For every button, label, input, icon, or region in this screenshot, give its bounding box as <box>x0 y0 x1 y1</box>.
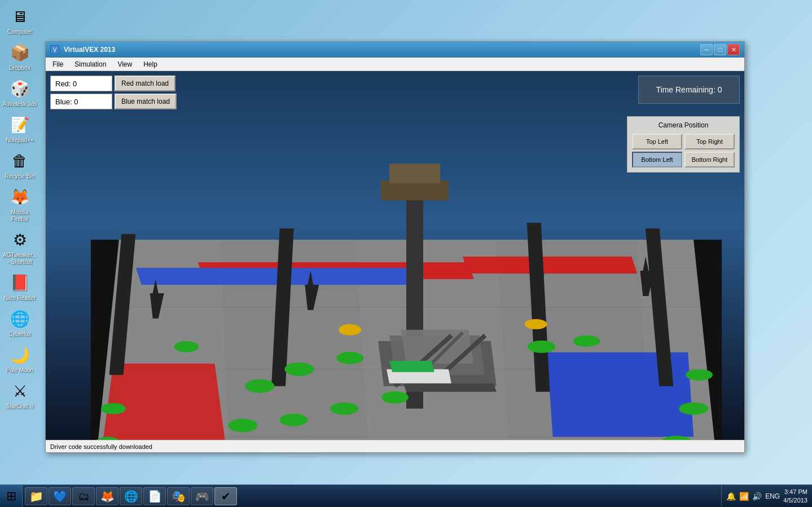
icon-cyberfox-label: Cyberfox <box>8 331 31 338</box>
svg-point-44 <box>330 403 358 415</box>
taskbar-word[interactable]: 📄 <box>143 487 166 505</box>
camera-buttons: Top Left Top Right Bottom Left Bottom Ri… <box>632 134 735 167</box>
menu-help[interactable]: Help <box>139 59 162 69</box>
taskbar-firefox[interactable]: 🦊 <box>96 487 118 505</box>
svg-point-48 <box>174 341 199 352</box>
icon-dropbox-label: Dropbox <box>9 65 30 72</box>
tray-icon-notification[interactable]: 🔔 <box>726 492 736 501</box>
svg-marker-17 <box>547 352 694 437</box>
icon-notepadpp[interactable]: 📝 Notepad++ <box>2 111 38 146</box>
svg-point-45 <box>381 391 409 404</box>
status-bar: Driver code successfully downloaded <box>46 440 744 452</box>
red-score-label: Red: 0 <box>50 76 112 91</box>
svg-point-47 <box>573 336 600 347</box>
app-window: V VirtualVEX 2013 ─ □ ✕ File Simulation … <box>45 41 745 453</box>
svg-point-53 <box>525 319 547 329</box>
taskbar-powershell[interactable]: 💙 <box>49 487 71 505</box>
svg-marker-20 <box>463 257 637 274</box>
icon-computer-label: Computer <box>7 29 32 36</box>
taskbar-app1[interactable]: 🎭 <box>167 487 190 505</box>
svg-point-42 <box>228 419 257 433</box>
icon-starcraft[interactable]: ⚔ StarCraft II <box>2 377 38 412</box>
menu-simulation[interactable]: Simulation <box>70 59 111 69</box>
camera-bottom-right-button[interactable]: Bottom Right <box>684 152 735 167</box>
taskbar: ⊞ 📁 💙 🗂 🦊 🌐 📄 🎭 🎮 ✔ 🔔 📶 🔊 ENG 3:47 PM 4/… <box>0 484 812 507</box>
svg-point-38 <box>686 369 713 381</box>
icon-recyclebin-label: Recycle Bin <box>5 173 35 180</box>
blue-score-row: Blue: 0 Blue match load <box>50 94 177 109</box>
window-controls: ─ □ ✕ <box>700 44 740 55</box>
icon-notepadpp-label: Notepad++ <box>6 137 34 144</box>
icon-palemoon[interactable]: 🌙 Pale Moon <box>2 341 38 376</box>
taskbar-filemanager[interactable]: 🗂 <box>72 487 95 505</box>
svg-rect-27 <box>389 164 440 183</box>
svg-rect-26 <box>381 180 449 200</box>
camera-top-left-button[interactable]: Top Left <box>632 134 682 149</box>
tray-icon-volume[interactable]: 🔊 <box>752 492 762 501</box>
red-match-load-button[interactable]: Red match load <box>115 76 175 91</box>
icon-autodesk[interactable]: 🎲 Autodesk 3ds <box>2 75 38 110</box>
taskbar-items: 📁 💙 🗂 🦊 🌐 📄 🎭 🎮 ✔ <box>23 485 721 507</box>
time-remaining-panel: Time Remaining: 0 <box>638 76 740 104</box>
window-title: VirtualVEX 2013 <box>64 46 115 54</box>
taskbar-virtualvex[interactable]: ✔ <box>214 487 237 505</box>
maximize-button[interactable]: □ <box>714 44 726 55</box>
camera-top-right-button[interactable]: Top Right <box>684 134 735 149</box>
svg-point-46 <box>528 341 556 353</box>
menu-bar: File Simulation View Help <box>46 58 744 71</box>
camera-position-panel: Camera Position Top Left Top Right Botto… <box>627 116 740 173</box>
taskbar-globe[interactable]: 🌐 <box>120 487 142 505</box>
camera-bottom-left-button[interactable]: Bottom Left <box>632 152 682 167</box>
icon-nitro[interactable]: 📕 Nitro Reader <box>2 269 38 304</box>
status-text: Driver code successfully downloaded <box>50 443 152 450</box>
taskbar-explorer[interactable]: 📁 <box>25 487 47 505</box>
icon-computer[interactable]: 🖥 Computer <box>2 3 38 38</box>
svg-point-43 <box>279 414 308 426</box>
blue-match-load-button[interactable]: Blue match load <box>115 94 177 109</box>
svg-point-40 <box>284 363 314 376</box>
menu-view[interactable]: View <box>113 59 137 69</box>
menu-file[interactable]: File <box>48 59 68 69</box>
icon-cyberfox[interactable]: 🌐 Cyberfox <box>2 305 38 340</box>
taskbar-unity[interactable]: 🎮 <box>191 487 213 505</box>
svg-point-49 <box>101 403 126 415</box>
title-bar: V VirtualVEX 2013 ─ □ ✕ <box>46 42 744 58</box>
svg-point-37 <box>679 403 708 415</box>
camera-panel-title: Camera Position <box>632 121 735 129</box>
taskbar-tray: 🔔 📶 🔊 ENG 3:47 PM 4/5/2013 <box>721 485 812 507</box>
icon-autodesk-label: Autodesk 3ds <box>3 101 37 108</box>
icon-agtweaker[interactable]: ⚙ AGTweaker...- Shortcut <box>2 226 38 268</box>
icon-nitro-label: Nitro Reader <box>4 295 36 302</box>
app-icon: V <box>50 45 59 54</box>
red-score-row: Red: 0 Red match load <box>50 76 177 91</box>
3d-viewport: Red: 0 Red match load Blue: 0 Blue match… <box>46 71 744 452</box>
icon-recyclebin[interactable]: 🗑 Recycle Bin <box>2 147 38 182</box>
svg-point-39 <box>245 380 274 393</box>
minimize-button[interactable]: ─ <box>700 44 713 55</box>
svg-marker-19 <box>136 268 412 285</box>
svg-point-41 <box>336 352 363 364</box>
system-clock[interactable]: 3:47 PM 4/5/2013 <box>783 488 807 504</box>
icon-firefox[interactable]: 🦊 Mozilla Firefox <box>2 183 38 225</box>
icon-firefox-label: Mozilla Firefox <box>3 209 37 223</box>
svg-point-52 <box>339 324 361 336</box>
icon-dropbox[interactable]: 📦 Dropbox <box>2 39 38 74</box>
scoreboard: Red: 0 Red match load Blue: 0 Blue match… <box>50 76 177 109</box>
icon-palemoon-label: Pale Moon <box>6 367 33 374</box>
close-button[interactable]: ✕ <box>727 44 740 55</box>
icon-agtweaker-label: AGTweaker...- Shortcut <box>3 252 37 266</box>
blue-score-label: Blue: 0 <box>50 94 112 109</box>
time-remaining-text: Time Remaining: 0 <box>656 85 722 94</box>
start-button[interactable]: ⊞ <box>0 485 23 508</box>
svg-marker-62 <box>389 361 434 372</box>
icon-starcraft-label: StarCraft II <box>6 403 33 410</box>
svg-marker-60 <box>403 383 497 392</box>
desktop-icons: 🖥 Computer 📦 Dropbox 🎲 Autodesk 3ds 📝 No… <box>0 0 39 462</box>
tray-icon-network[interactable]: 📶 <box>739 492 749 501</box>
language-indicator: ENG <box>765 492 780 500</box>
